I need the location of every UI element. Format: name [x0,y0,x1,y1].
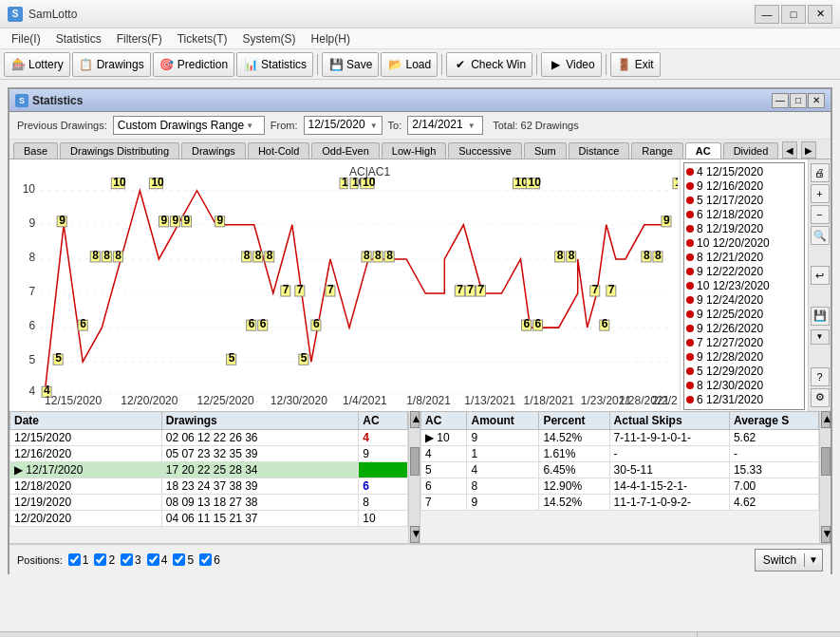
maximize-button[interactable]: □ [781,5,806,24]
menu-filters[interactable]: Filters(F) [109,30,170,47]
table-row[interactable]: ▶ 10 9 14.52% 7-11-1-9-1-0-1- 5.62 [421,430,819,446]
table-row[interactable]: 4 1 1.61% - - [421,446,819,462]
tab-next-btn[interactable]: ▶ [801,141,816,159]
pos-2-input[interactable] [94,553,106,566]
pos-6-input[interactable] [199,553,212,566]
statistics-btn[interactable]: 📊 Statistics [236,52,313,77]
minimize-button[interactable]: — [755,5,779,24]
right-table-scroll: AC Amount Percent Actual Skips Average S… [420,411,819,543]
svg-text:8: 8 [28,251,35,264]
tab-successive[interactable]: Successive [448,142,522,159]
svg-text:8: 8 [655,249,662,262]
scrollbar-down-btn-r[interactable]: ▼ [821,526,831,543]
tab-drawings[interactable]: Drawings [181,142,246,159]
menu-statistics[interactable]: Statistics [48,30,109,47]
table-row[interactable]: 5 4 6.45% 30-5-11 15.33 [421,462,819,478]
pos-3-checkbox[interactable]: 3 [121,553,141,567]
left-v-scrollbar[interactable]: ▲ ▼ [408,411,420,543]
tab-distance[interactable]: Distance [569,142,630,159]
menu-tickets[interactable]: Tickets(T) [170,30,235,47]
statistics-label: Statistics [261,58,307,71]
pos-5-checkbox[interactable]: 5 [173,553,194,567]
from-date-input[interactable]: 12/15/2020 ▼ [304,116,383,135]
tab-low-high[interactable]: Low-High [382,142,446,159]
search-btn[interactable]: 🔍 [811,226,830,245]
tab-prev-btn[interactable]: ◀ [782,141,797,159]
video-btn[interactable]: ▶ Video [541,52,601,77]
legend-item: 6 12/31/2020 [686,393,802,406]
settings-btn[interactable]: ⚙ [811,388,830,407]
stats-maximize-btn[interactable]: □ [790,93,807,108]
legend-item: 8 12/30/2020 [686,379,802,392]
switch-button[interactable]: Switch ▼ [755,549,823,571]
right-v-scrollbar[interactable]: ▲ ▼ [819,411,831,543]
prediction-btn[interactable]: 🎯 Prediction [153,52,234,77]
table-row-active[interactable]: ▶ 12/17/2020 17 20 22 25 28 34 [10,462,408,478]
table-row[interactable]: 12/15/2020 02 06 12 22 26 36 4 [10,430,408,446]
tab-hot-cold[interactable]: Hot-Cold [248,142,309,159]
checkwin-btn[interactable]: ✔ Check Win [446,52,532,77]
stats-minimize-btn[interactable]: — [772,93,789,108]
legend-item: 6 12/18/2020 [686,208,802,221]
pos-4-input[interactable] [147,553,159,566]
table-row[interactable]: 6 8 12.90% 14-4-1-15-2-1- 7.00 [421,478,819,495]
from-date-value: 12/15/2020 [308,118,365,131]
menu-help[interactable]: Help(H) [304,30,358,47]
table-row[interactable]: 12/19/2020 08 09 13 18 27 38 8 [10,495,408,511]
sep3 [536,54,537,75]
zoom-out-btn[interactable]: − [811,205,830,224]
svg-text:2/2/2021: 2/2/2021 [652,394,678,407]
drawings-btn[interactable]: 📋 Drawings [72,52,151,77]
legend-item: 8 12/21/2020 [686,251,802,264]
tab-ac[interactable]: AC [685,142,721,159]
stats-close-btn[interactable]: ✕ [808,93,825,108]
print-btn[interactable]: 🖨 [811,163,830,182]
exit-btn[interactable]: 🚪 Exit [610,52,661,77]
svg-text:6: 6 [28,319,35,332]
svg-text:4: 4 [28,384,35,398]
scrollbar-down-btn[interactable]: ▼ [410,526,420,543]
tab-range[interactable]: Range [631,142,682,159]
load-btn[interactable]: 📂 Load [381,52,438,77]
color-dropdown[interactable]: ▼ [811,329,830,345]
svg-text:9: 9 [184,214,191,227]
table-row[interactable]: 12/16/2020 05 07 23 32 35 39 9 [10,446,408,462]
table-row[interactable]: 12/18/2020 18 23 24 37 38 39 6 [10,478,408,495]
pos-1-input[interactable] [68,553,81,566]
bottom-bar: Positions: 1 2 3 4 5 6 Switch ▼ [9,544,831,574]
app-icon: S [8,7,23,22]
close-button[interactable]: ✕ [808,5,832,24]
tab-odd-even[interactable]: Odd-Even [311,142,380,159]
pos-5-input[interactable] [173,553,185,566]
scrollbar-thumb-r[interactable] [821,447,831,476]
pos-1-checkbox[interactable]: 1 [68,553,89,567]
range-dropdown[interactable]: Custom Drawings Range ▼ [113,116,265,135]
scrollbar-up-btn-r[interactable]: ▲ [821,411,831,428]
stats-window-icon: S [15,94,28,107]
table-row[interactable]: 7 9 14.52% 11-1-7-1-0-9-2- 4.62 [421,495,819,511]
help-btn[interactable]: ? [811,367,830,386]
pos-2-checkbox[interactable]: 2 [94,553,115,567]
zoom-in-btn[interactable]: + [811,184,830,203]
pos-3-input[interactable] [121,553,133,566]
lottery-btn[interactable]: 🎰 Lottery [4,52,70,77]
save-chart-btn[interactable]: 💾 [811,307,830,326]
tab-drawings-distributing[interactable]: Drawings Distributing [60,142,179,159]
scrollbar-thumb[interactable] [410,447,420,476]
tab-divided[interactable]: Divided [723,142,779,159]
tab-sum[interactable]: Sum [524,142,567,159]
pos-6-checkbox[interactable]: 6 [199,553,220,567]
legend-item: 7 12/27/2020 [686,336,802,349]
menu-file[interactable]: File(I) [4,30,48,47]
table-row[interactable]: 12/20/2020 04 06 11 15 21 37 10 [10,511,408,527]
menu-system[interactable]: System(S) [235,30,304,47]
exit-icon: 🚪 [617,57,632,72]
svg-text:5: 5 [229,351,235,365]
scrollbar-up-btn[interactable]: ▲ [410,411,420,428]
tab-base[interactable]: Base [13,142,58,159]
pos-4-checkbox[interactable]: 4 [147,553,168,567]
save-btn[interactable]: 💾 Save [322,52,379,77]
undo-btn[interactable]: ↩ [811,266,830,285]
to-date-input[interactable]: 2/14/2021 ▼ [407,116,483,135]
svg-text:8: 8 [255,249,262,262]
